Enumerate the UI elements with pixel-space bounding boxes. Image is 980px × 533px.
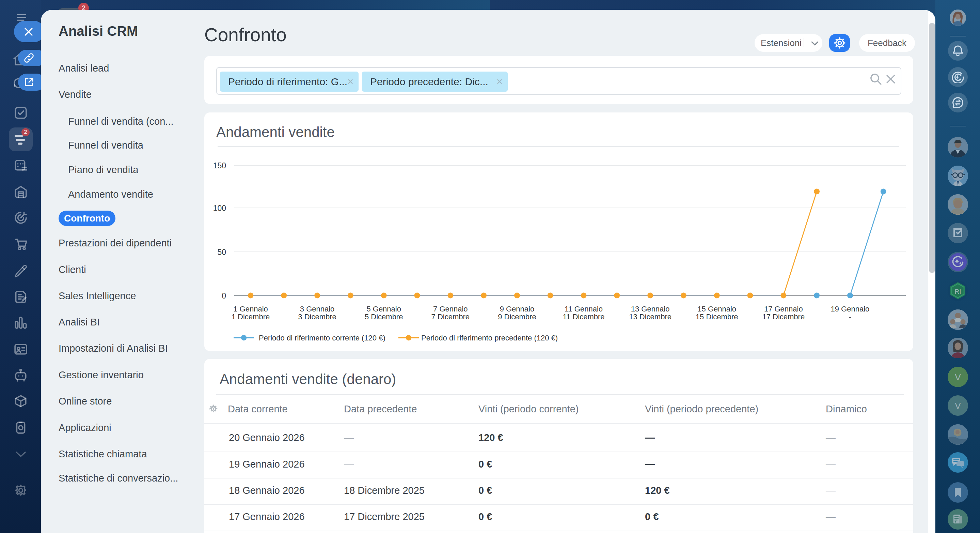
svg-text:150: 150 [213,161,226,170]
svg-text:5 Gennaio: 5 Gennaio [366,305,401,313]
svg-text:3 Dicembre: 3 Dicembre [298,313,336,321]
svg-text:19 Gennaio: 19 Gennaio [831,305,870,313]
svg-text:0: 0 [222,291,226,300]
svg-text:50: 50 [217,248,226,257]
svg-text:13 Dicembre: 13 Dicembre [629,313,671,321]
svg-text:13 Gennaio: 13 Gennaio [631,305,670,313]
svg-text:15 Gennaio: 15 Gennaio [697,305,736,313]
svg-text:9 Gennaio: 9 Gennaio [500,305,535,313]
svg-text:V: V [955,372,961,382]
svg-text:-: - [849,313,851,321]
svg-text:3 Gennaio: 3 Gennaio [300,305,335,313]
svg-text:11 Dicembre: 11 Dicembre [563,313,605,321]
svg-text:100: 100 [213,204,226,213]
svg-text:RI: RI [955,288,961,295]
svg-text:17 Dicembre: 17 Dicembre [762,313,805,321]
svg-text:5 Dicembre: 5 Dicembre [365,313,403,321]
svg-text:17 Gennaio: 17 Gennaio [764,305,803,313]
svg-text:7 Dicembre: 7 Dicembre [431,313,469,321]
svg-text:15 Dicembre: 15 Dicembre [696,313,738,321]
svg-text:9 Dicembre: 9 Dicembre [498,313,536,321]
svg-text:11 Gennaio: 11 Gennaio [565,305,603,313]
svg-text:1 Gennaio: 1 Gennaio [233,305,268,313]
svg-text:V: V [955,401,961,411]
svg-text:7 Gennaio: 7 Gennaio [433,305,468,313]
svg-text:1 Dicembre: 1 Dicembre [232,313,270,321]
